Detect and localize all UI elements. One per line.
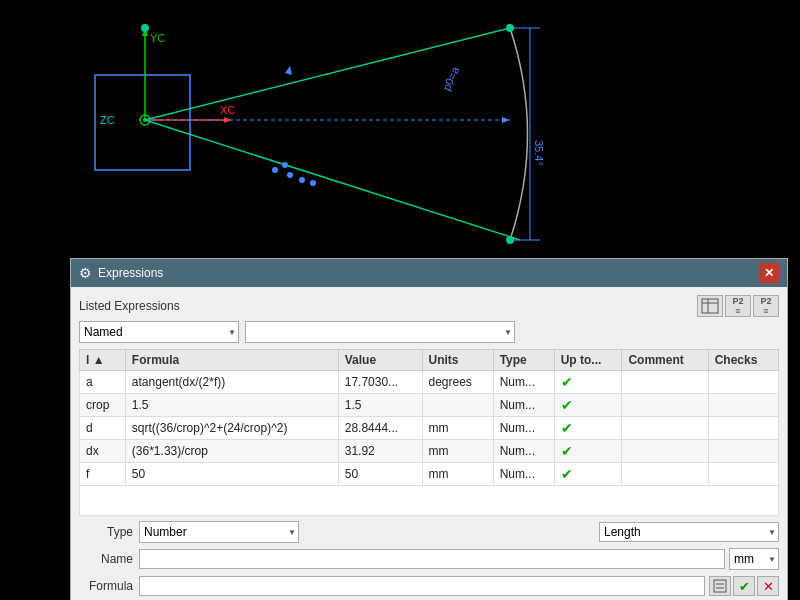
unit-select[interactable]: mm in cm — [729, 548, 779, 570]
svg-text:ZC: ZC — [100, 114, 115, 126]
length-select-wrapper: Length Angle Area — [599, 522, 779, 542]
cell-units — [422, 394, 493, 417]
cell-upto: ✔ — [554, 394, 622, 417]
listed-expressions-label: Listed Expressions — [79, 299, 180, 313]
bottom-fields: Type Number String Integer Length Angle … — [79, 520, 779, 598]
cell-upto: ✔ — [554, 417, 622, 440]
table-row[interactable]: f 50 50 mm Num... ✔ — [80, 463, 779, 486]
col-units: Units — [422, 350, 493, 371]
type-label: Type — [79, 525, 139, 539]
dialog-titlebar: ⚙ Expressions ✕ — [71, 259, 787, 287]
cell-value: 1.5 — [338, 394, 422, 417]
dialog-title: Expressions — [98, 266, 163, 280]
cell-type: Num... — [493, 417, 554, 440]
svg-point-21 — [287, 172, 293, 178]
listed-expressions-row: Listed Expressions P2≡ P2≡ — [79, 295, 779, 317]
cell-upto: ✔ — [554, 440, 622, 463]
list-p2-view-button[interactable]: P2≡ — [725, 295, 751, 317]
cell-units: mm — [422, 440, 493, 463]
name-label: Name — [79, 552, 139, 566]
gear-icon: ⚙ — [79, 265, 92, 281]
cell-upto: ✔ — [554, 371, 622, 394]
cell-units: mm — [422, 463, 493, 486]
col-id: l ▲ — [80, 350, 126, 371]
cell-comment — [622, 371, 708, 394]
expression-filter-wrapper — [245, 321, 515, 343]
svg-point-22 — [299, 177, 305, 183]
toolbar-icons: P2≡ P2≡ — [697, 295, 779, 317]
cell-value: 50 — [338, 463, 422, 486]
cell-units: degrees — [422, 371, 493, 394]
svg-rect-29 — [702, 299, 718, 313]
named-filter-wrapper: Named All Unnamed — [79, 321, 239, 343]
svg-rect-32 — [714, 580, 726, 592]
col-value: Value — [338, 350, 422, 371]
table-view-button[interactable] — [697, 295, 723, 317]
col-type: Type — [493, 350, 554, 371]
cell-type: Num... — [493, 440, 554, 463]
svg-point-24 — [272, 167, 278, 173]
table-row[interactable]: crop 1.5 1.5 Num... ✔ — [80, 394, 779, 417]
expression-filter-select[interactable] — [245, 321, 515, 343]
type-select[interactable]: Number String Integer — [139, 521, 299, 543]
unit-select-wrapper: mm in cm — [729, 548, 779, 570]
expressions-dialog: ⚙ Expressions ✕ Listed Expressions P2≡ P… — [70, 258, 788, 600]
cell-units: mm — [422, 417, 493, 440]
cell-formula: (36*1.33)/crop — [125, 440, 338, 463]
dialog-close-button[interactable]: ✕ — [759, 263, 779, 283]
length-select[interactable]: Length Angle Area — [599, 522, 779, 542]
cell-comment — [622, 440, 708, 463]
cell-comment — [622, 394, 708, 417]
svg-text:XC: XC — [220, 104, 235, 116]
cell-value: 31.92 — [338, 440, 422, 463]
cad-viewport: YC XC ZC 35.4° p0=a — [0, 0, 800, 260]
svg-point-25 — [282, 162, 288, 168]
cell-id: d — [80, 417, 126, 440]
cell-formula: atangent(dx/(2*f)) — [125, 371, 338, 394]
dialog-body: Listed Expressions P2≡ P2≡ Named All — [71, 287, 787, 600]
svg-point-27 — [506, 24, 514, 32]
cell-comment — [622, 463, 708, 486]
expressions-tbody: a atangent(dx/(2*f)) 17.7030... degrees … — [80, 371, 779, 486]
table-row[interactable]: dx (36*1.33)/crop 31.92 mm Num... ✔ — [80, 440, 779, 463]
col-checks: Checks — [708, 350, 778, 371]
formula-action-buttons: ✔ ✕ — [709, 576, 779, 596]
cell-id: dx — [80, 440, 126, 463]
cell-checks — [708, 394, 778, 417]
col-upto: Up to... — [554, 350, 622, 371]
svg-point-23 — [310, 180, 316, 186]
name-field-row: Name mm in cm — [79, 547, 779, 571]
detail-p2-view-button[interactable]: P2≡ — [753, 295, 779, 317]
cell-formula: 1.5 — [125, 394, 338, 417]
cell-checks — [708, 371, 778, 394]
cell-checks — [708, 463, 778, 486]
formula-input[interactable] — [139, 576, 705, 596]
cell-id: f — [80, 463, 126, 486]
table-row[interactable]: d sqrt((36/crop)^2+(24/crop)^2) 28.8444.… — [80, 417, 779, 440]
cell-value: 28.8444... — [338, 417, 422, 440]
formula-ok-button[interactable]: ✔ — [733, 576, 755, 596]
cell-type: Num... — [493, 463, 554, 486]
filter-row: Named All Unnamed — [79, 321, 779, 343]
formula-mini-button[interactable] — [709, 576, 731, 596]
svg-text:YC: YC — [150, 32, 165, 44]
cell-checks — [708, 440, 778, 463]
cell-comment — [622, 417, 708, 440]
formula-cancel-button[interactable]: ✕ — [757, 576, 779, 596]
col-comment: Comment — [622, 350, 708, 371]
formula-field-row: Formula ✔ ✕ — [79, 574, 779, 598]
cell-formula: 50 — [125, 463, 338, 486]
table-row[interactable]: a atangent(dx/(2*f)) 17.7030... degrees … — [80, 371, 779, 394]
svg-rect-0 — [0, 0, 800, 260]
type-select-wrapper: Number String Integer — [139, 521, 299, 543]
svg-point-26 — [141, 24, 149, 32]
cell-value: 17.7030... — [338, 371, 422, 394]
cell-id: a — [80, 371, 126, 394]
formula-label: Formula — [79, 579, 139, 593]
named-filter-select[interactable]: Named All Unnamed — [79, 321, 239, 343]
svg-point-28 — [506, 236, 514, 244]
cell-type: Num... — [493, 394, 554, 417]
cell-formula: sqrt((36/crop)^2+(24/crop)^2) — [125, 417, 338, 440]
name-input[interactable] — [139, 549, 725, 569]
cell-id: crop — [80, 394, 126, 417]
